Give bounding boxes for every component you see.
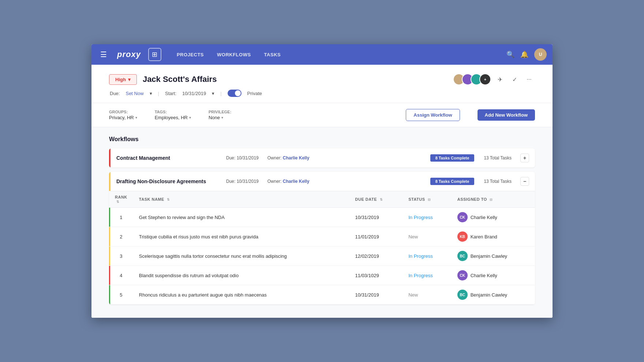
private-toggle[interactable]: [228, 90, 242, 97]
nav-tasks[interactable]: TASKS: [258, 44, 288, 65]
due-label: Due:: [110, 91, 120, 96]
status-cell: New: [402, 227, 451, 246]
table-row: 4 Blandit suspendisse dis rutrum ad volu…: [109, 266, 535, 285]
privilege-label: Privilege:: [209, 110, 231, 114]
main-content: High ▾ Jack Scott's Affairs + ✈ ✓ ···: [91, 65, 553, 318]
search-icon[interactable]: 🔍: [506, 50, 514, 59]
assigned-name: Benjamin Cawley: [471, 253, 507, 259]
status-badge: In Progress: [408, 253, 433, 259]
status-cell: In Progress: [402, 208, 451, 227]
check-icon[interactable]: ✓: [509, 73, 520, 85]
add-new-workflow-button[interactable]: Add New Workflow: [478, 109, 535, 121]
status-cell: In Progress: [402, 246, 451, 266]
workflow-2-collapse-button[interactable]: −: [520, 177, 529, 186]
notification-icon[interactable]: 🔔: [520, 50, 528, 59]
workflow-1-expand-button[interactable]: +: [520, 154, 529, 162]
due-date-cell: 10/31/2019: [349, 208, 403, 227]
assigned-name: Benjamin Cawley: [471, 292, 507, 298]
privilege-value[interactable]: None ▾: [209, 115, 231, 120]
task-name-cell[interactable]: Get Stephen to review and sign the NDA: [133, 208, 349, 227]
assigned-to-cell: KB Karen Brand: [457, 231, 529, 242]
rank-cell: 2: [109, 227, 133, 246]
private-label: Private: [247, 91, 262, 96]
groups-label: Groups:: [109, 110, 137, 114]
avatar: CK: [457, 212, 468, 222]
status-cell: In Progress: [402, 266, 451, 285]
sort-icon: ⇅: [167, 198, 170, 201]
rank-indicator: [109, 246, 110, 265]
rank-indicator: [109, 285, 110, 304]
workflow-2-owner: Owner: Charlie Kelly: [267, 179, 310, 184]
chevron-down-due: ▾: [150, 91, 152, 96]
task-table: RANK ⇅ TASK NAME ⇅ DUE DATE ⇅: [109, 191, 535, 305]
workflow-card-2-header[interactable]: Drafting Non-Disclosure Agreements Due: …: [109, 172, 535, 191]
project-header-actions: + ✈ ✓ ···: [453, 73, 535, 85]
priority-badge[interactable]: High ▾: [109, 74, 137, 85]
meta-bar: Groups: Privacy, HR ▾ Tags: Employees, H…: [91, 103, 553, 127]
chevron-down-icon: ▾: [135, 116, 137, 120]
table-row: 3 Scelerisque sagittis nulla tortor cons…: [109, 246, 535, 266]
start-date: 10/31/2019: [182, 91, 206, 96]
tags-value[interactable]: Employees, HR ▾: [155, 115, 191, 120]
status-badge: In Progress: [408, 215, 433, 220]
workflow-1-owner-link[interactable]: Charlie Kelly: [283, 155, 310, 161]
groups-value[interactable]: Privacy, HR ▾: [109, 115, 137, 120]
avatar-stack: +: [453, 73, 491, 85]
add-member-button[interactable]: +: [479, 73, 491, 85]
nav-projects[interactable]: PROJECTS: [170, 44, 210, 65]
more-options-icon[interactable]: ···: [523, 73, 535, 85]
nav-workflows[interactable]: WORKFLOWS: [210, 44, 258, 65]
project-header-top: High ▾ Jack Scott's Affairs + ✈ ✓ ···: [109, 73, 535, 85]
workflow-1-tasks-total: 13 Total Tasks: [479, 155, 512, 161]
assigned-name: Karen Brand: [471, 234, 497, 240]
table-header-row: RANK ⇅ TASK NAME ⇅ DUE DATE ⇅: [109, 191, 535, 208]
assigned-cell: CK Charlie Kelly: [452, 266, 535, 285]
status-header: STATUS ⊟: [402, 191, 451, 208]
due-date-cell: 12/02/2019: [349, 246, 403, 266]
workflow-2-owner-link[interactable]: Charlie Kelly: [283, 179, 310, 184]
task-name-cell[interactable]: Rhoncus ridiculus a eu parturient augue …: [133, 285, 349, 305]
assigned-to-cell: CK Charlie Kelly: [457, 270, 529, 280]
due-set-now-link[interactable]: Set Now: [126, 91, 143, 96]
avatar: CK: [457, 270, 468, 280]
task-name-cell[interactable]: Blandit suspendisse dis rutrum ad volutp…: [133, 266, 349, 285]
due-date-cell: 10/31/2019: [349, 285, 403, 305]
workflow-2-name: Drafting Non-Disclosure Agreements: [116, 178, 211, 184]
sort-icon: ⇅: [380, 198, 383, 201]
rank-indicator: [109, 227, 110, 246]
workflow-2-tasks-total: 13 Total Tasks: [479, 179, 512, 184]
filter-icon: ⊟: [428, 198, 431, 201]
workflow-2-tasks-complete: 8 Tasks Complete: [430, 178, 474, 185]
rank-cell: 3: [109, 246, 133, 266]
filter-icon: ⊟: [490, 198, 493, 201]
assigned-to-header: ASSIGNED TO ⊟: [452, 191, 535, 208]
workflow-card-1-header[interactable]: Contract Management Due: 10/31/2019 Owne…: [109, 148, 535, 167]
due-date-cell: 11/03/1029: [349, 266, 403, 285]
due-date-cell: 11/01/2019: [349, 227, 403, 246]
navbar: ☰ proxy ⊞ PROJECTS WORKFLOWS TASKS 🔍 🔔 U: [91, 44, 553, 65]
workflows-title: Workflows: [109, 136, 535, 143]
status-badge: New: [408, 292, 418, 298]
hamburger-menu[interactable]: ☰: [97, 47, 110, 62]
project-header: High ▾ Jack Scott's Affairs + ✈ ✓ ···: [91, 65, 553, 103]
sort-icon: ⇅: [116, 200, 120, 204]
add-nav-button[interactable]: ⊞: [148, 48, 161, 61]
workflow-1-owner: Owner: Charlie Kelly: [267, 155, 310, 161]
assigned-name: Charlie Kelly: [471, 273, 497, 278]
user-avatar[interactable]: U: [534, 48, 547, 61]
workflow-card-2: Drafting Non-Disclosure Agreements Due: …: [109, 172, 535, 305]
assign-workflow-button[interactable]: Assign Workflow: [406, 109, 460, 121]
rank-cell: 1: [109, 208, 133, 227]
send-icon[interactable]: ✈: [494, 73, 506, 85]
assigned-to-cell: BC Benjamin Cawley: [457, 251, 529, 261]
workflow-card-1: Contract Management Due: 10/31/2019 Owne…: [109, 148, 535, 167]
task-name-cell[interactable]: Scelerisque sagittis nulla tortor consec…: [133, 246, 349, 266]
start-label: Start:: [165, 91, 176, 96]
avatar: KB: [457, 231, 468, 242]
chevron-down-icon: ▾: [189, 116, 191, 120]
workflow-2-due: Due: 10/31/2019: [226, 179, 259, 184]
task-name-cell[interactable]: Tristique cubilia et risus justo mus est…: [133, 227, 349, 246]
avatar: BC: [457, 290, 468, 300]
rank-indicator: [109, 266, 110, 285]
chevron-down-icon: ▾: [221, 116, 223, 120]
